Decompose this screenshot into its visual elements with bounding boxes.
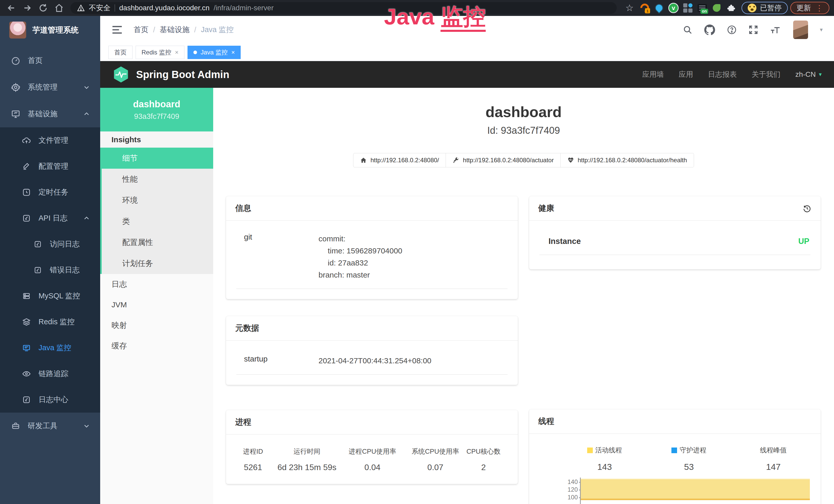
home-icon[interactable] <box>52 2 66 14</box>
info-git-row: git commit: time: 1596289704000 id: 27aa… <box>236 233 507 289</box>
github-icon[interactable] <box>704 24 715 35</box>
app-title: 芋道管理系统 <box>32 25 79 36</box>
dashboard-gauge-icon <box>11 56 21 66</box>
instance-id-line: Id: 93a3fc7f7409 <box>213 124 834 137</box>
sidebar-item-dev-tools[interactable]: 研发工具 <box>0 413 100 439</box>
health-url-link[interactable]: http://192.168.0.2:48080/actuator/health <box>561 153 694 167</box>
sba-nav-applications[interactable]: 应用 <box>679 70 693 79</box>
sidebar-item-mysql-monitor[interactable]: MySQL 监控 <box>0 283 100 309</box>
avatar-caret-down-icon[interactable]: ▾ <box>820 26 823 33</box>
sba-menu-details[interactable]: 细节 <box>102 147 213 169</box>
sba-menu-mappings[interactable]: 映射 <box>100 315 213 336</box>
sidebar-item-label: Redis 监控 <box>39 317 74 327</box>
app-sidebar: 芋道管理系统 首页 系统管理 <box>0 16 100 504</box>
back-icon[interactable] <box>5 2 18 14</box>
active-tab-dot <box>193 51 197 54</box>
sidebar-item-label: 首页 <box>28 55 43 66</box>
sba-brand[interactable]: Spring Boot Admin <box>112 66 229 83</box>
sidebar-item-redis-monitor[interactable]: Redis 监控 <box>0 309 100 335</box>
tab-close-icon[interactable]: × <box>231 49 235 56</box>
legend-label: 线程峰值 <box>760 446 787 455</box>
update-button[interactable]: 更新 ⋮ <box>790 2 829 14</box>
sidebar-item-log-center[interactable]: 日志中心 <box>0 387 100 413</box>
sidebar-item-config-management[interactable]: 配置管理 <box>0 153 100 179</box>
extension-green-circle-icon[interactable]: v <box>667 2 679 14</box>
sba-menu-config-props[interactable]: 配置属性 <box>102 232 213 253</box>
process-col-header: 系统CPU使用率 <box>406 447 465 456</box>
sba-hexagon-logo-icon <box>112 66 129 83</box>
sba-sidebar: dashboard 93a3fc7f7409 Insights 细节 性能 环境… <box>100 88 213 504</box>
browser-menu-dots-icon[interactable]: ⋮ <box>815 4 823 13</box>
card-title-label: 信息 <box>235 203 251 214</box>
actuator-url-link[interactable]: http://192.168.0.2:48080/actuator <box>446 153 561 167</box>
sidebar-item-home[interactable]: 首页 <box>0 47 100 74</box>
font-size-icon[interactable] <box>770 25 781 35</box>
sba-menu-jvm[interactable]: JVM <box>100 295 213 315</box>
log-pen-icon <box>22 395 31 405</box>
tab-close-icon[interactable]: × <box>175 49 178 56</box>
sidebar-item-error-log[interactable]: 错误日志 <box>0 257 100 283</box>
tab-home[interactable]: 首页 <box>108 46 133 59</box>
extension-tabs-icon[interactable]: on <box>696 2 708 14</box>
service-url-link[interactable]: http://192.168.0.2:48080/ <box>353 153 446 167</box>
sidebar-item-api-log[interactable]: API 日志 <box>0 205 100 231</box>
tab-redis-monitor[interactable]: Redis 监控 × <box>136 46 184 59</box>
log-pen-icon <box>33 239 43 249</box>
profile-paused-pill[interactable]: 已暂停 <box>742 2 788 14</box>
sidebar-item-tracing[interactable]: 链路追踪 <box>0 361 100 387</box>
instance-links: http://192.168.0.2:48080/ http://192.168… <box>213 153 834 167</box>
sidebar-item-java-monitor[interactable]: Java 监控 <box>0 335 100 361</box>
forward-icon[interactable] <box>21 2 34 14</box>
sba-menu-scheduled-tasks[interactable]: 计划任务 <box>102 253 213 274</box>
hamburger-icon[interactable] <box>111 25 123 35</box>
sba-menu-caches[interactable]: 缓存 <box>100 336 213 356</box>
sidebar-item-infrastructure[interactable]: 基础设施 <box>0 101 100 127</box>
sba-nav-journal[interactable]: 日志报表 <box>708 70 737 79</box>
bookmark-star-icon[interactable]: ☆ <box>623 3 636 13</box>
sba-menu-logs[interactable]: 日志 <box>100 274 213 295</box>
sba-menu-environment[interactable]: 环境 <box>102 190 213 211</box>
extension-grid-icon[interactable] <box>682 2 694 14</box>
address-bar[interactable]: 不安全 dashboard.yudao.iocoder.cn/infra/adm… <box>70 2 617 14</box>
threads-legend: 活动线程 守护进程 线程峰值 <box>534 446 816 455</box>
sidebar-item-scheduled-jobs[interactable]: 定时任务 <box>0 179 100 205</box>
extensions-puzzle-icon[interactable] <box>725 2 737 14</box>
logo-avatar <box>9 22 26 39</box>
threads-card-title: 线程 <box>529 409 821 434</box>
history-icon[interactable] <box>803 204 811 212</box>
help-icon[interactable] <box>727 25 737 35</box>
info-card: 信息 git commit: time: 1596289704000 id: 2… <box>226 196 518 299</box>
sba-nav-about[interactable]: 关于我们 <box>752 70 781 79</box>
metadata-card-body: startup 2021-04-27T00:44:31.254+08:00 <box>226 341 518 385</box>
search-icon[interactable] <box>683 25 693 35</box>
sba-section-insights: Insights <box>100 132 213 147</box>
extension-leaf-icon[interactable] <box>711 2 723 14</box>
reload-icon[interactable] <box>37 2 50 14</box>
sidebar-item-access-log[interactable]: 访问日志 <box>0 231 100 257</box>
sba-language-value: zh-CN <box>795 70 816 78</box>
sidebar-item-file-management[interactable]: 文件管理 <box>0 127 100 153</box>
health-instance-row[interactable]: Instance UP <box>540 235 811 255</box>
breadcrumb-item[interactable]: 首页 <box>134 25 149 35</box>
tab-java-monitor[interactable]: Java 监控 × <box>188 46 241 59</box>
fullscreen-icon[interactable] <box>748 25 758 35</box>
url-path: /infra/admin-server <box>214 4 273 12</box>
sba-menu-metrics[interactable]: 性能 <box>102 169 213 190</box>
sba-instance-header[interactable]: dashboard 93a3fc7f7409 <box>100 88 213 132</box>
sba-nav-applications-wall[interactable]: 应用墙 <box>642 70 664 79</box>
cards-right-column: 健康 Instance UP <box>529 196 821 504</box>
breadcrumb-item[interactable]: 基础设施 <box>160 25 190 35</box>
extension-pin-icon[interactable] <box>653 2 665 14</box>
security-label: 不安全 <box>89 3 110 13</box>
sidebar-item-label: 配置管理 <box>39 161 68 171</box>
info-git-label: git <box>244 233 319 281</box>
process-uptime-value: 6d 23h 15m 59s <box>275 463 339 472</box>
sidebar-item-system[interactable]: 系统管理 <box>0 74 100 101</box>
breadcrumb-separator: / <box>153 26 155 34</box>
user-avatar[interactable] <box>793 21 808 39</box>
sba-language-select[interactable]: zh-CN ▾ <box>795 70 822 78</box>
extension-orange-icon[interactable]: 1 <box>639 2 651 14</box>
metadata-card-title: 元数据 <box>226 316 518 341</box>
sba-menu-classes[interactable]: 类 <box>102 211 213 232</box>
health-status-badge: UP <box>798 237 809 246</box>
